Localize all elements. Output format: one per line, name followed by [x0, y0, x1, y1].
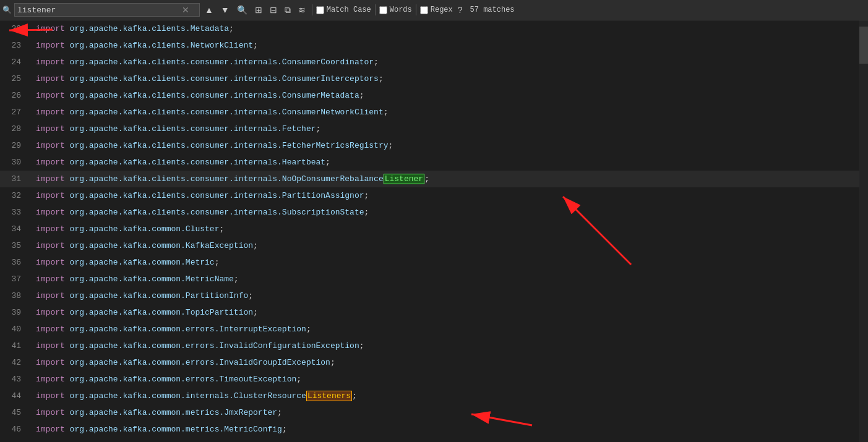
regex-label[interactable]: Regex [420, 6, 453, 14]
line-content: import org.apache.kafka.common.internals… [31, 388, 357, 404]
line-content: import org.apache.kafka.common.Cluster; [31, 221, 224, 237]
line-content: import org.apache.kafka.clients.consumer… [31, 87, 364, 104]
line-number: 40 [0, 325, 31, 334]
search-input-wrap: ✕ [14, 3, 200, 17]
line-number: 27 [0, 108, 31, 117]
table-row: 34 import org.apache.kafka.common.Cluste… [0, 221, 868, 237]
table-row: 40 import org.apache.kafka.common.errors… [0, 321, 868, 338]
prev-match-button[interactable]: ▲ [202, 3, 216, 17]
table-row: 46 import org.apache.kafka.common.metric… [0, 421, 868, 438]
line-number: 25 [0, 74, 31, 83]
line-content: import org.apache.kafka.common.errors.In… [31, 354, 335, 371]
line-content: import org.apache.kafka.clients.consumer… [31, 187, 369, 204]
line-number: 37 [0, 274, 31, 284]
table-row: 43 import org.apache.kafka.common.errors… [0, 371, 868, 388]
table-row: 23 import org.apache.kafka.clients.Netwo… [0, 37, 868, 54]
line-content: import org.apache.kafka.common.TopicPart… [31, 304, 258, 321]
table-row: 36 import org.apache.kafka.common.Metric… [0, 254, 868, 271]
table-row: 39 import org.apache.kafka.common.TopicP… [0, 304, 868, 321]
line-content: import org.apache.kafka.common.errors.In… [31, 321, 311, 338]
select-all-button[interactable]: ⊟ [267, 3, 280, 17]
line-number: 34 [0, 224, 31, 234]
line-number: 30 [0, 158, 31, 167]
table-row: 41 import org.apache.kafka.common.errors… [0, 338, 868, 354]
line-content: import org.apache.kafka.clients.consumer… [31, 70, 384, 87]
line-content: import org.apache.kafka.common.errors.In… [31, 338, 364, 354]
filter-button[interactable]: ⧉ [282, 3, 293, 17]
search-input[interactable] [17, 6, 178, 15]
line-content: import org.apache.kafka.common.metrics.J… [31, 404, 282, 421]
line-content: import org.apache.kafka.clients.consumer… [31, 154, 330, 171]
table-row: 24 import org.apache.kafka.clients.consu… [0, 54, 868, 70]
code-area: 22 import org.apache.kafka.clients.Metad… [0, 20, 868, 442]
line-content: import org.apache.kafka.common.errors.Ti… [31, 371, 301, 388]
case-filter-button[interactable]: ≋ [296, 3, 308, 17]
words-text: Words [390, 6, 412, 14]
add-selection-button[interactable]: ⊞ [252, 3, 265, 17]
separator-2 [375, 4, 376, 15]
line-content: import org.apache.kafka.common.KafkaExce… [31, 237, 258, 254]
match-case-label[interactable]: Match Case [316, 6, 371, 14]
line-number: 24 [0, 57, 31, 67]
line-number: 35 [0, 241, 31, 250]
line-content: import org.apache.kafka.clients.Metadata… [31, 20, 234, 37]
table-row: 44 import org.apache.kafka.common.intern… [0, 388, 868, 404]
line-content: import org.apache.kafka.common.MetricNam… [31, 271, 239, 287]
line-number: 38 [0, 291, 31, 300]
table-row: 26 import org.apache.kafka.clients.consu… [0, 87, 868, 104]
table-row: 35 import org.apache.kafka.common.KafkaE… [0, 237, 868, 254]
scrollbar-track[interactable] [859, 20, 868, 442]
line-number: 45 [0, 408, 31, 417]
next-match-button[interactable]: ▼ [218, 3, 232, 17]
regex-checkbox[interactable] [420, 6, 428, 14]
line-content: import org.apache.kafka.clients.NetworkC… [31, 37, 258, 54]
scrollbar-thumb[interactable] [859, 27, 868, 64]
find-button[interactable]: 🔍 [234, 3, 250, 17]
help-button[interactable]: ? [455, 3, 465, 17]
line-content: import org.apache.kafka.common.metrics.M… [31, 438, 263, 442]
line-content: import org.apache.kafka.clients.consumer… [31, 204, 369, 221]
table-row: 31 import org.apache.kafka.clients.consu… [0, 171, 868, 187]
separator-1 [312, 4, 312, 15]
line-number: 29 [0, 141, 31, 150]
separator-3 [416, 4, 416, 15]
table-row: 25 import org.apache.kafka.clients.consu… [0, 70, 868, 87]
line-number: 32 [0, 191, 31, 200]
words-label[interactable]: Words [379, 6, 412, 14]
line-content: import org.apache.kafka.common.Partition… [31, 287, 253, 304]
table-row: 47 import org.apache.kafka.common.metric… [0, 438, 868, 442]
table-row: 45 import org.apache.kafka.common.metric… [0, 404, 868, 421]
table-row: 22 import org.apache.kafka.clients.Metad… [0, 20, 868, 37]
line-number: 28 [0, 124, 31, 134]
line-number: 39 [0, 308, 31, 317]
regex-text: Regex [431, 6, 453, 14]
clear-search-button[interactable]: ✕ [181, 5, 191, 15]
table-row: 32 import org.apache.kafka.clients.consu… [0, 187, 868, 204]
table-row: 38 import org.apache.kafka.common.Partit… [0, 287, 868, 304]
table-row: 28 import org.apache.kafka.clients.consu… [0, 121, 868, 137]
line-content: import org.apache.kafka.clients.consumer… [31, 171, 429, 187]
line-number: 44 [0, 391, 31, 401]
line-content: import org.apache.kafka.clients.consumer… [31, 54, 379, 70]
search-bar: 🔍 ✕ ▲ ▼ 🔍 ⊞ ⊟ ⧉ ≋ Match Case Words Regex… [0, 0, 868, 20]
line-content: import org.apache.kafka.common.metrics.M… [31, 421, 287, 438]
table-row: 33 import org.apache.kafka.clients.consu… [0, 204, 868, 221]
table-row: 27 import org.apache.kafka.clients.consu… [0, 104, 868, 121]
table-row: 30 import org.apache.kafka.clients.consu… [0, 154, 868, 171]
line-content: import org.apache.kafka.common.Metric; [31, 254, 219, 271]
line-number: 41 [0, 341, 31, 351]
line-number: 23 [0, 41, 31, 50]
search-icon: 🔍 [2, 6, 12, 15]
table-row: 37 import org.apache.kafka.common.Metric… [0, 271, 868, 287]
line-number: 36 [0, 258, 31, 267]
line-number: 33 [0, 208, 31, 217]
line-number: 46 [0, 425, 31, 434]
line-number: 22 [0, 24, 31, 33]
line-content: import org.apache.kafka.clients.consumer… [31, 121, 320, 137]
words-checkbox[interactable] [379, 6, 387, 14]
match-case-checkbox[interactable] [316, 6, 324, 14]
line-number: 43 [0, 375, 31, 384]
line-content: import org.apache.kafka.clients.consumer… [31, 137, 393, 154]
line-number: 31 [0, 174, 31, 184]
table-row: 42 import org.apache.kafka.common.errors… [0, 354, 868, 371]
